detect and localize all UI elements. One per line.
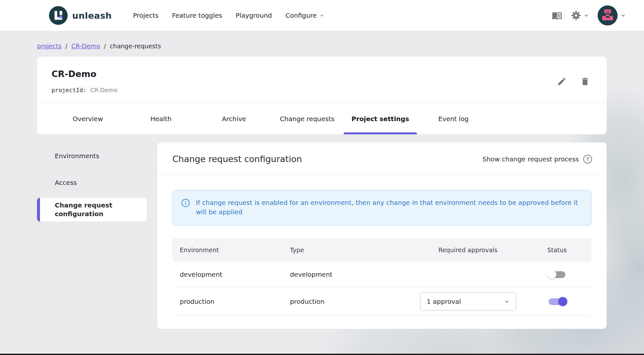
tab-project-settings[interactable]: Project settings — [344, 103, 417, 134]
cell-type: development — [290, 271, 412, 278]
user-avatar — [598, 5, 618, 25]
delete-project-button[interactable] — [578, 75, 592, 88]
tab-overview[interactable]: Overview — [51, 103, 124, 134]
table-row-development: development development — [172, 262, 591, 288]
help-icon: ? — [583, 154, 592, 164]
nav-playground[interactable]: Playground — [230, 8, 278, 23]
panel-header: Change request configuration Show change… — [157, 142, 607, 175]
sidebar-item-label: Access — [55, 178, 77, 187]
panel-body: If change request is enabled for an envi… — [157, 175, 607, 315]
table-header-row: Environment Type Required approvals Stat… — [172, 238, 591, 262]
project-actions — [555, 69, 592, 93]
unleash-logo[interactable]: unleash — [49, 6, 112, 25]
change-request-configuration-panel: Change request configuration Show change… — [157, 142, 607, 329]
nav-projects[interactable]: Projects — [127, 8, 164, 23]
topbar-right — [552, 5, 626, 25]
info-alert-text: If change request is enabled for an envi… — [196, 198, 583, 217]
change-requests-toggle-production[interactable] — [548, 297, 566, 306]
info-icon — [181, 198, 190, 207]
required-approvals-select[interactable]: 1 approval — [420, 292, 516, 311]
project-head-text: CR-Demo projectId: CR-Demo — [52, 69, 117, 93]
breadcrumb-separator: / — [104, 43, 106, 50]
user-menu-button[interactable] — [598, 5, 626, 25]
cell-status — [524, 297, 591, 306]
svg-text:?: ? — [586, 156, 589, 162]
gear-icon — [571, 10, 582, 21]
show-change-request-process-button[interactable]: Show change request process ? — [482, 154, 592, 164]
settings-menu-button[interactable] — [571, 10, 589, 21]
table-row-production: production production 1 approval — [172, 288, 591, 315]
brand-name: unleash — [72, 11, 112, 21]
settings-sidebar: Environments Access Change request confi… — [37, 142, 147, 225]
content-area: Environments Access Change request confi… — [37, 142, 644, 329]
environments-table: Environment Type Required approvals Stat… — [172, 238, 591, 315]
chevron-down-icon — [620, 13, 626, 18]
project-header-card: CR-Demo projectId: CR-Demo Overview Heal… — [37, 57, 607, 134]
breadcrumb-current: change-requests — [110, 43, 161, 50]
project-id-label: projectId: — [52, 87, 86, 93]
nav-configure[interactable]: Configure — [280, 8, 330, 23]
delete-icon — [580, 77, 590, 86]
sidebar-item-change-request-configuration[interactable]: Change request configuration — [37, 198, 147, 222]
tab-event-log[interactable]: Event log — [417, 103, 490, 134]
cell-required-approvals: 1 approval — [412, 292, 524, 311]
cell-type: production — [290, 298, 412, 305]
panel-title: Change request configuration — [172, 154, 302, 164]
book-icon — [552, 10, 562, 21]
cell-status — [524, 270, 591, 279]
edit-icon — [557, 77, 567, 86]
nav-configure-label: Configure — [285, 12, 317, 19]
nav-feature-toggles[interactable]: Feature toggles — [166, 8, 228, 23]
column-header-status: Status — [524, 246, 591, 254]
top-navigation-bar: unleash Projects Feature toggles Playgro… — [0, 0, 644, 31]
toggle-knob — [547, 270, 556, 279]
project-tabs: Overview Health Archive Change requests … — [37, 103, 607, 134]
documentation-button[interactable] — [552, 10, 562, 21]
breadcrumb-projects[interactable]: projects — [37, 43, 62, 50]
breadcrumb-project[interactable]: CR-Demo — [71, 43, 100, 50]
required-approvals-value: 1 approval — [427, 298, 461, 305]
change-requests-toggle-development[interactable] — [548, 270, 566, 279]
unleash-logo-icon — [49, 6, 68, 25]
tab-change-requests[interactable]: Change requests — [271, 103, 344, 134]
column-header-required-approvals: Required approvals — [412, 246, 524, 254]
chevron-down-icon — [583, 13, 589, 18]
info-alert: If change request is enabled for an envi… — [172, 190, 591, 225]
chevron-down-icon — [319, 13, 324, 18]
project-id: projectId: CR-Demo — [52, 87, 117, 93]
project-id-value: CR-Demo — [90, 87, 117, 93]
cell-environment: production — [172, 298, 290, 305]
project-head: CR-Demo projectId: CR-Demo — [37, 57, 607, 103]
tab-archive[interactable]: Archive — [197, 103, 271, 134]
sidebar-item-label: Environments — [55, 152, 99, 160]
cell-environment: development — [172, 271, 290, 278]
screenshot-bottom-edge — [0, 354, 644, 355]
page-title: CR-Demo — [52, 69, 117, 79]
sidebar-item-access[interactable]: Access — [37, 171, 147, 194]
breadcrumb-separator: / — [65, 43, 67, 50]
show-change-request-process-label: Show change request process — [482, 155, 579, 163]
column-header-environment: Environment — [172, 246, 290, 254]
chevron-down-icon — [504, 298, 510, 305]
sidebar-item-label: Change request configuration — [55, 201, 139, 218]
tab-health[interactable]: Health — [124, 103, 197, 134]
toggle-knob — [558, 297, 567, 306]
column-header-type: Type — [290, 246, 412, 254]
breadcrumb: projects / CR-Demo / change-requests — [0, 31, 644, 57]
primary-nav: Projects Feature toggles Playground Conf… — [127, 8, 330, 23]
sidebar-item-environments[interactable]: Environments — [37, 144, 147, 168]
edit-project-button[interactable] — [555, 75, 569, 88]
